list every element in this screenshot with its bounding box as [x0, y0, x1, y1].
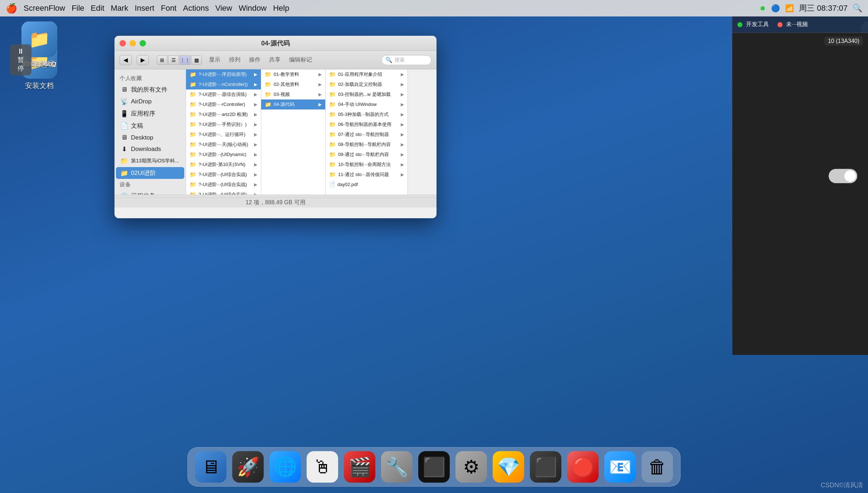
c3-arrow-4: ▶ — [401, 112, 404, 117]
col3-item-0[interactable]: 📁 01-应用程序对象介绍 ▶ — [326, 69, 408, 79]
col2-item-3[interactable]: 📁 04-源代码 ▶ — [261, 99, 325, 109]
arrow-icon-4: ▶ — [254, 112, 257, 117]
col3-item-7[interactable]: 📁 08-导航控制···导航栏内容 ▶ — [326, 140, 408, 150]
apple-menu[interactable]: 🍎 — [6, 3, 17, 14]
status-badge-green — [737, 22, 742, 27]
dock-screenflow[interactable]: 🎬 — [344, 451, 375, 483]
folder-icon-c2-1: 📁 — [265, 81, 272, 88]
menubar: 🍎 ScreenFlow File Edit Mark Insert Font … — [0, 0, 868, 16]
col1-item-0[interactable]: 📁 ?-UI进阶····序启动原理) ▶ — [186, 69, 261, 79]
sidebar-item-heima[interactable]: 📁 第13期黑马iOS学科... — [116, 155, 184, 167]
maximize-button[interactable] — [140, 40, 146, 47]
dock-sysprefs[interactable]: ⚙ — [455, 451, 487, 483]
col2-item-0[interactable]: 📁 01-教学资料 ▶ — [261, 69, 325, 79]
col3-label-3: 04-手动 UIWindow — [338, 101, 377, 108]
sidebar-item-02ui[interactable]: 📁 02UI进阶 — [116, 167, 184, 179]
col1-item-6[interactable]: 📁 ?-UI进阶···、运行循环) ▶ — [186, 130, 261, 140]
dock-finder[interactable]: 🖥 — [195, 451, 226, 483]
col1-label-7: ?-UI进阶····天(核心动画) — [199, 141, 248, 148]
col3-label-0: 01-应用程序对象介绍 — [338, 71, 382, 78]
col1-label-5: ?-UI进阶····手势识别）) — [199, 121, 247, 128]
col1-item-12[interactable]: 📁 ?-UI进阶···(UI综合实战) ▶ — [186, 190, 261, 195]
dock-trash[interactable]: 🗑 — [642, 451, 673, 483]
col1-item-1[interactable]: 📁 ?-UI进阶····nController)) ▶ — [186, 79, 261, 89]
icon-label-install: 安装文档 — [25, 81, 54, 91]
menu-insert[interactable]: Insert — [135, 4, 154, 13]
menu-file[interactable]: File — [72, 4, 84, 13]
menu-help[interactable]: Help — [273, 4, 289, 13]
menu-mark[interactable]: Mark — [111, 4, 128, 13]
arrow-icon-2: ▶ — [254, 92, 257, 97]
col3-item-5[interactable]: 📁 06-导航控制器的基本使用 ▶ — [326, 119, 408, 130]
sidebar-item-downloads[interactable]: ⬇ Downloads — [116, 143, 184, 155]
dock-cursor[interactable]: 🖱 — [307, 451, 338, 483]
col3-item-8[interactable]: 📁 09-通过 sto···导航栏内容 ▶ — [326, 150, 408, 160]
toggle-switch[interactable] — [844, 170, 856, 182]
col1-item-5[interactable]: 📁 ?-UI进阶····手势识别）) ▶ — [186, 119, 261, 130]
forward-button[interactable]: ▶ — [137, 55, 149, 65]
menu-actions[interactable]: Actions — [183, 4, 209, 13]
trash-icon: 🗑 — [648, 456, 667, 478]
dock-sketch[interactable]: 💎 — [493, 451, 524, 483]
folder-icon-c1-12: 📁 — [190, 191, 196, 195]
menubar-wifi[interactable]: 📶 — [785, 4, 794, 13]
arrow-icon-1: ▶ — [254, 82, 257, 87]
sidebar-label-02ui: 02UI进阶 — [131, 169, 156, 177]
col1-item-4[interactable]: 📁 ?-UI进阶····artz2D 检测) ▶ — [186, 109, 261, 119]
col1-item-8[interactable]: 📁 ?-UI进阶···(UIDynamic) ▶ — [186, 150, 261, 160]
pause-button[interactable]: ⏸ 暂停 — [10, 44, 31, 75]
col1-item-2[interactable]: 📁 ?-UI进阶····器综合演练) ▶ — [186, 89, 261, 99]
column-scrollbar[interactable] — [114, 195, 437, 197]
menu-edit[interactable]: Edit — [91, 4, 104, 13]
menu-window[interactable]: Window — [239, 4, 267, 13]
col2-item-1[interactable]: 📁 02-其他资料 ▶ — [261, 79, 325, 89]
icon-view-btn[interactable]: ⊞ — [157, 55, 167, 65]
dock-launchpad[interactable]: 🚀 — [232, 451, 264, 483]
col3-item-6[interactable]: 📁 07-通过 sto···导航控制器 ▶ — [326, 130, 408, 140]
col2-item-2[interactable]: 📁 03-视频 ▶ — [261, 89, 325, 99]
dock-terminal[interactable]: ⬛ — [418, 451, 450, 483]
back-button[interactable]: ◀ — [120, 55, 132, 65]
sidebar-item-airdrop[interactable]: 📡 AirDrop — [116, 96, 184, 107]
col3-item-11[interactable]: 📄 day02.pdf — [326, 180, 408, 189]
sidebar-item-all-files[interactable]: 🖥 我的所有文件 — [116, 84, 184, 96]
sidebar-item-remote-disk[interactable]: 💿 远程光盘 — [116, 190, 184, 195]
dock-rckit[interactable]: 🔴 — [567, 451, 599, 483]
sidebar-item-desktop[interactable]: 🖥 Desktop — [116, 132, 184, 143]
col1-label-1: ?-UI进阶····nController)) — [199, 81, 248, 88]
col3-item-2[interactable]: 📁 03-控制器的...w 是嗯加载 ▶ — [326, 89, 408, 99]
dock-safari[interactable]: 🌐 — [269, 451, 301, 483]
col1-item-9[interactable]: 📁 ?-UI进阶-第10天(SVN) ▶ — [186, 160, 261, 170]
menu-font[interactable]: Font — [161, 4, 176, 13]
col3-item-3[interactable]: 📁 04-手动 UIWindow ▶ — [326, 99, 408, 109]
sidebar-label-desktop: Desktop — [131, 134, 153, 141]
col1-item-7[interactable]: 📁 ?-UI进阶····天(核心动画) ▶ — [186, 140, 261, 150]
col1-item-10[interactable]: 📁 ?-UI进阶···(UI综合实战) ▶ — [186, 170, 261, 180]
col1-item-3[interactable]: 📁 ?-UI进阶····rController) ▶ — [186, 99, 261, 109]
dock-tools[interactable]: 🔧 — [381, 451, 413, 483]
dev-label: 开发工具 — [746, 21, 769, 28]
close-button[interactable] — [120, 40, 126, 47]
sort-label: 排列 — [229, 56, 240, 64]
col3-item-4[interactable]: 📁 05-3种加载···制器的方式 ▶ — [326, 109, 408, 119]
menubar-search[interactable]: 🔍 — [853, 4, 862, 13]
menu-view[interactable]: View — [215, 4, 232, 13]
minimize-button[interactable] — [130, 40, 136, 47]
dock-mail[interactable]: 📧 — [604, 451, 636, 483]
folder-icon-c1-4: 📁 — [190, 111, 196, 118]
cover-flow-btn[interactable]: ▦ — [191, 55, 202, 65]
menubar-bluetooth[interactable]: 🔵 — [771, 4, 780, 13]
column-view-btn[interactable]: ⋮⋮ — [180, 55, 190, 65]
dock-dash[interactable]: ⬛ — [530, 451, 561, 483]
menu-app[interactable]: ScreenFlow — [24, 4, 65, 13]
search-box[interactable]: 🔍 搜索 — [381, 55, 431, 65]
col1-item-11[interactable]: 📁 ?-UI进阶···(UI综合实战) ▶ — [186, 180, 261, 190]
list-view-btn[interactable]: ☰ — [168, 55, 179, 65]
col3-item-9[interactable]: 📁 10-导航控制···命周期方法 ▶ — [326, 160, 408, 170]
sidebar-item-docs[interactable]: 📄 文稿 — [116, 120, 184, 132]
folder-icon-c3-5: 📁 — [329, 121, 336, 128]
col1-label-9: ?-UI进阶-第10天(SVN) — [199, 161, 245, 168]
sidebar-item-apps[interactable]: 📱 应用程序 — [116, 108, 184, 119]
col3-item-1[interactable]: 📁 02-加载自定义控制器 ▶ — [326, 79, 408, 89]
col3-item-10[interactable]: 📁 11-通过 sto···器传值问题 ▶ — [326, 170, 408, 180]
